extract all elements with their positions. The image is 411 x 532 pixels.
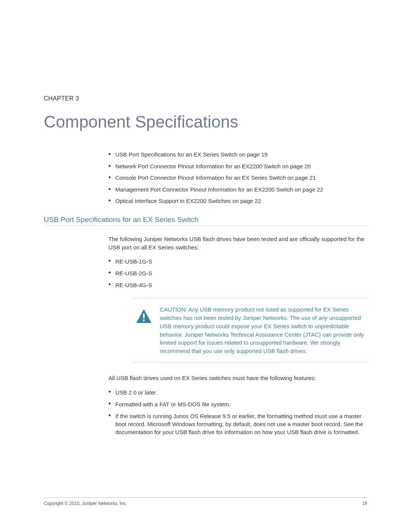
- list-item: USB 2.0 or later.: [108, 388, 367, 396]
- toc-item: Optical Interface Support in EX2200 Swit…: [108, 197, 367, 205]
- svg-rect-0: [143, 313, 145, 318]
- chapter-toc: USB Port Specifications for an EX Series…: [108, 151, 367, 205]
- caution-icon: [135, 308, 152, 326]
- svg-point-1: [143, 320, 145, 321]
- list-item: If the switch is running Junos OS Releas…: [108, 412, 367, 436]
- section-body: The following Juniper Networks USB flash…: [108, 235, 367, 436]
- toc-item: USB Port Specifications for an EX Series…: [108, 151, 367, 158]
- caution-text: CAUTION: Any USB memory product not list…: [160, 305, 367, 355]
- usb-model-list: RE-USB-1G-S RE-USB-2G-S RE-USB-4G-S: [108, 257, 367, 289]
- chapter-label: CHAPTER 3: [44, 95, 367, 102]
- toc-item: Network Port Connector Pinout Informatio…: [108, 163, 367, 170]
- list-item: Formatted with a FAT or MS-DOS file syst…: [108, 400, 367, 408]
- document-page: CHAPTER 3 Component Specifications USB P…: [0, 0, 411, 532]
- section-rule: [44, 225, 367, 226]
- page-footer: Copyright © 2010, Juniper Networks, Inc.…: [44, 497, 367, 506]
- list-item: RE-USB-2G-S: [108, 269, 367, 277]
- footer-rule: [44, 497, 367, 498]
- intro-paragraph: The following Juniper Networks USB flash…: [108, 235, 367, 252]
- section-heading: USB Port Specifications for an EX Series…: [44, 216, 367, 224]
- footer-page-number: 19: [362, 501, 367, 506]
- caution-callout: CAUTION: Any USB memory product not list…: [133, 298, 367, 363]
- features-list: USB 2.0 or later. Formatted with a FAT o…: [108, 388, 367, 436]
- list-item: RE-USB-4G-S: [108, 281, 367, 289]
- chapter-title: Component Specifications: [44, 113, 367, 131]
- list-item: RE-USB-1G-S: [108, 257, 367, 265]
- footer-copyright: Copyright © 2010, Juniper Networks, Inc.: [44, 501, 127, 506]
- toc-item: Console Port Connector Pinout Informatio…: [108, 174, 367, 182]
- toc-item: Management Port Connector Pinout Informa…: [108, 186, 367, 193]
- features-intro: All USB flash drives used on EX Series s…: [108, 374, 367, 382]
